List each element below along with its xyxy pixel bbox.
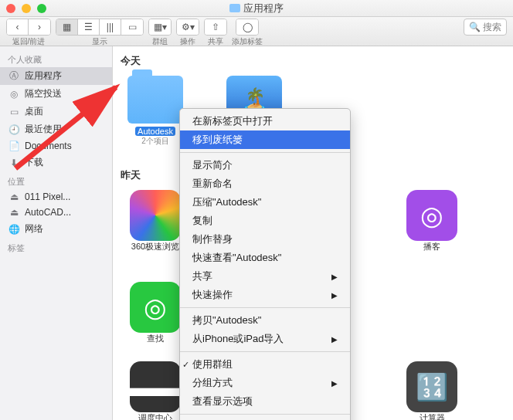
traffic-lights [6,4,46,13]
ctx-share[interactable]: 共享▶ [180,267,350,286]
toolbar: ‹ › 返回/前进 ▦ ☰ ||| ▭ 显示 ▦▾ 群组 ⚙▾ 操作 ⇧ 共享 … [0,17,513,46]
group-label: 群组 [152,36,168,47]
ctx-open-new-tab[interactable]: 在新标签页中打开 [180,112,350,130]
chevron-right-icon: ▶ [331,291,338,300]
chevron-right-icon: ▶ [331,335,338,344]
search-placeholder: 搜索 [483,21,501,34]
disk-icon: ⏏ [8,191,20,202]
list-view-button[interactable]: ☰ [78,19,100,35]
ctx-view-options[interactable]: 查看显示选项 [180,392,350,411]
search-icon: 🔍 [469,22,481,32]
ctx-import[interactable]: 从iPhone或iPad导入▶ [180,330,350,348]
annotation-arrow [0,45,155,176]
ctx-copy[interactable]: 拷贝"Autodesk" [180,311,350,330]
ctx-duplicate[interactable]: 复制 [180,212,350,230]
ctx-rename[interactable]: 重新命名 [180,174,350,193]
window-title: 应用程序 [229,2,284,15]
tags-button[interactable]: ◯ [236,19,258,35]
tags-label: 添加标签 [232,36,263,47]
check-icon: ✓ [182,360,189,370]
forward-button[interactable]: › [29,19,50,35]
group-button[interactable]: ▦▾ [149,19,171,35]
action-button[interactable]: ⚙▾ [177,19,199,35]
sidebar-item-disk-autocad[interactable]: ⏏AutoCAD... [0,205,112,220]
ctx-quick-actions[interactable]: 快速操作▶ [180,286,350,304]
svg-line-0 [15,87,116,168]
ctx-compress[interactable]: 压缩"Autodesk" [180,193,350,212]
calc-icon: 🔢 [406,361,457,412]
sidebar-item-network[interactable]: 🌐网络 [0,220,112,238]
ctx-quicklook[interactable]: 快速查看"Autodesk" [180,249,350,267]
minimize-icon[interactable] [22,4,31,13]
column-view-button[interactable]: ||| [100,19,121,35]
section-today: 今天 [121,54,505,68]
close-icon[interactable] [6,4,15,13]
group-menu[interactable]: ▦▾ [148,19,172,36]
ctx-separator [180,414,350,415]
context-menu: 在新标签页中打开 移到废纸篓 显示简介 重新命名 压缩"Autodesk" 复制… [179,108,351,420]
action-label: 操作 [180,36,195,47]
tags-menu[interactable]: ◯ [236,19,259,36]
globe-icon: 🌐 [8,224,20,235]
fullscreen-icon[interactable] [37,4,46,13]
mission-icon: ▬▬ [130,361,181,412]
app-item-podcast[interactable]: ◎ 播客 [397,190,467,252]
rainbow-icon [130,190,181,241]
ctx-separator [180,152,350,153]
ctx-separator [180,351,350,352]
titlebar: 应用程序 [0,0,513,17]
ctx-alias[interactable]: 制作替身 [180,230,350,249]
ctx-separator [180,307,350,308]
app-item-calc[interactable]: 🔢 计算器 [397,361,467,420]
search-input[interactable]: 🔍 搜索 [464,19,507,36]
ctx-move-to-trash[interactable]: 移到废纸篓 [180,130,350,149]
ctx-get-info[interactable]: 显示简介 [180,156,350,174]
sidebar-item-disk-pixel[interactable]: ⏏011 Pixel... [0,189,112,205]
podcast-icon: ◎ [406,190,457,241]
view-switcher[interactable]: ▦ ☰ ||| ▭ [56,19,144,36]
folder-icon [229,4,240,12]
icon-view-button[interactable]: ▦ [56,19,78,35]
radar-icon: ◎ [130,282,181,333]
ctx-use-groups[interactable]: ✓使用群组 [180,355,350,374]
back-forward[interactable]: ‹ › [6,19,51,36]
ctx-group-by[interactable]: 分组方式▶ [180,374,350,392]
window-title-text: 应用程序 [243,2,284,15]
sidebar-section-tags: 标签 [0,238,112,256]
disk-icon: ⏏ [8,207,20,218]
chevron-right-icon: ▶ [331,379,338,388]
gallery-view-button[interactable]: ▭ [121,19,143,35]
share-button[interactable]: ⇧ [205,19,226,35]
chevron-right-icon: ▶ [331,273,338,281]
share-menu[interactable]: ⇧ [204,19,227,36]
action-menu[interactable]: ⚙▾ [176,19,199,36]
back-button[interactable]: ‹ [7,19,29,35]
share-label: 共享 [208,36,223,47]
